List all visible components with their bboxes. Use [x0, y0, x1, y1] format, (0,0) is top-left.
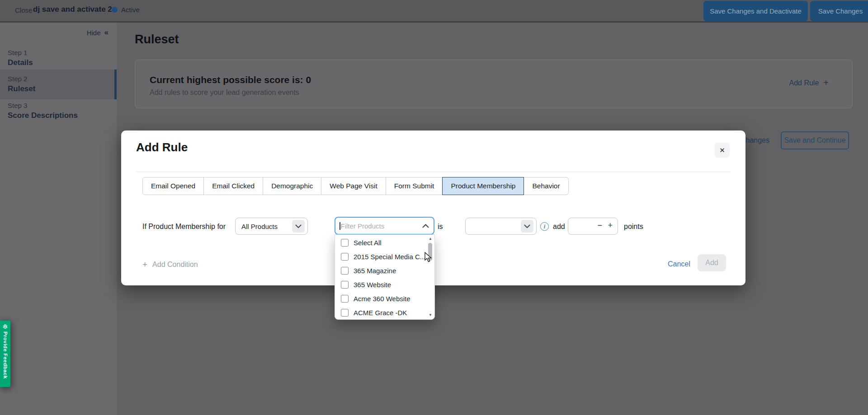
checkbox[interactable] [341, 239, 349, 247]
tab-email-opened[interactable]: Email Opened [142, 177, 204, 195]
dropdown-scrollbar[interactable]: ▲ ▼ [427, 237, 434, 317]
tab-behavior[interactable]: Behavior [524, 177, 568, 195]
dropdown-option-select-all[interactable]: Select All [335, 236, 434, 250]
option-label: Select All [354, 239, 382, 247]
save-and-continue-button[interactable]: Save and Continue [781, 131, 849, 149]
mouse-cursor [424, 252, 434, 263]
info-icon[interactable]: i [540, 222, 549, 231]
save-changes-button[interactable]: Save Changes [810, 1, 868, 21]
feedback-label: Provide Feedback [3, 331, 8, 379]
scroll-up-icon[interactable]: ▲ [427, 237, 434, 241]
tab-product-membership[interactable]: Product Membership [442, 177, 524, 195]
hide-label: Hide [87, 29, 101, 37]
rule-type-tabs: Email Opened Email Clicked Demographic W… [142, 177, 569, 195]
tab-form-submit[interactable]: Form Submit [386, 177, 443, 195]
add-condition-label: Add Condition [152, 261, 198, 269]
hide-sidebar-button[interactable]: Hide « [87, 28, 108, 37]
points-stepper[interactable]: − + [568, 218, 618, 235]
status-label: Active [121, 6, 140, 14]
plus-icon: + [142, 260, 147, 270]
close-icon[interactable]: ✕ [715, 143, 730, 158]
product-scope-select[interactable]: All Products [235, 218, 308, 235]
sidebar-item-details[interactable]: Step 1 Details [0, 43, 117, 73]
add-label: add [553, 223, 565, 231]
plus-icon: + [823, 78, 829, 88]
product-dropdown-list: Select All 2015 Special Media C... 365 M… [335, 234, 435, 320]
dropdown-option[interactable]: 365 Magazine [335, 264, 434, 278]
save-changes-deactivate-button[interactable]: Save Changes and Deactivate [703, 1, 808, 21]
score-subtitle: Add rules to score your lead generation … [150, 89, 299, 97]
product-scope-value: All Products [241, 223, 292, 230]
add-button[interactable]: Add [698, 254, 726, 271]
highest-score-text: Current highest possible score is: 0 [150, 75, 311, 85]
option-label: ACME Grace -DK [354, 309, 407, 317]
score-summary-card: Current highest possible score is: 0 Add… [135, 60, 853, 108]
option-label: Acme 360 Website [354, 295, 410, 303]
text-caret [340, 222, 340, 230]
dropdown-option[interactable]: 365 Website [335, 278, 434, 292]
top-bar: Close dj save and activate 2 Active Save… [0, 0, 868, 23]
sidebar-item-score-descriptions[interactable]: Step 3 Score Descriptions [0, 96, 117, 126]
dropdown-option[interactable]: Acme 360 Website [335, 292, 434, 306]
dropdown-option[interactable]: ACME Grace -DK [335, 306, 434, 320]
checkbox[interactable] [341, 253, 349, 261]
points-label: points [624, 223, 643, 231]
chevron-down-icon[interactable] [521, 220, 533, 233]
add-rule-label: Add Rule [789, 79, 819, 87]
chevron-down-icon[interactable] [292, 220, 305, 233]
filter-products-input[interactable] [341, 222, 423, 230]
rule-prefix-label: If Product Membership for [142, 223, 226, 231]
is-label: is [438, 223, 443, 231]
checkbox[interactable] [341, 309, 349, 317]
sidebar-item-ruleset[interactable]: Step 2 Ruleset [0, 70, 117, 99]
steps-sidebar: Hide « Step 1 Details Step 2 Ruleset Ste… [0, 23, 117, 415]
tab-demographic[interactable]: Demographic [263, 177, 321, 195]
close-button[interactable]: Close [15, 6, 32, 14]
status-badge: Active [112, 6, 140, 14]
step-number: Step 3 [8, 101, 117, 110]
step-number: Step 2 [8, 74, 114, 84]
option-label: 365 Website [354, 281, 391, 289]
chevron-up-icon[interactable] [422, 222, 429, 230]
tab-web-page-visit[interactable]: Web Page Visit [321, 177, 386, 195]
step-name: Score Descriptions [8, 110, 117, 121]
checkbox[interactable] [341, 281, 349, 289]
provide-feedback-tab[interactable]: Provide Feedback [0, 321, 10, 387]
membership-value-select[interactable] [465, 218, 537, 235]
page-title: Ruleset [135, 33, 179, 47]
option-label: 2015 Special Media C... [354, 253, 425, 261]
cancel-button[interactable]: Cancel [668, 260, 690, 268]
step-name: Details [8, 57, 117, 68]
step-name: Ruleset [8, 84, 114, 94]
divider [136, 172, 731, 172]
checkbox[interactable] [341, 295, 349, 303]
minus-icon[interactable]: − [597, 221, 602, 230]
step-number: Step 1 [8, 48, 117, 57]
modal-title: Add Rule [136, 140, 188, 154]
add-condition-button[interactable]: + Add Condition [142, 260, 198, 270]
scroll-down-icon[interactable]: ▼ [427, 313, 434, 317]
add-rule-link[interactable]: Add Rule + [789, 78, 829, 88]
product-filter-combobox[interactable] [335, 217, 434, 235]
tab-email-clicked[interactable]: Email Clicked [203, 177, 263, 195]
bug-icon [2, 323, 8, 329]
plus-icon[interactable]: + [608, 221, 613, 230]
status-dot-icon [112, 7, 118, 13]
collapse-left-icon: « [104, 28, 108, 37]
option-label: 365 Magazine [354, 267, 396, 275]
checkbox[interactable] [341, 267, 349, 275]
dropdown-option[interactable]: 2015 Special Media C... [335, 250, 434, 264]
program-title: dj save and activate 2 [33, 5, 112, 14]
